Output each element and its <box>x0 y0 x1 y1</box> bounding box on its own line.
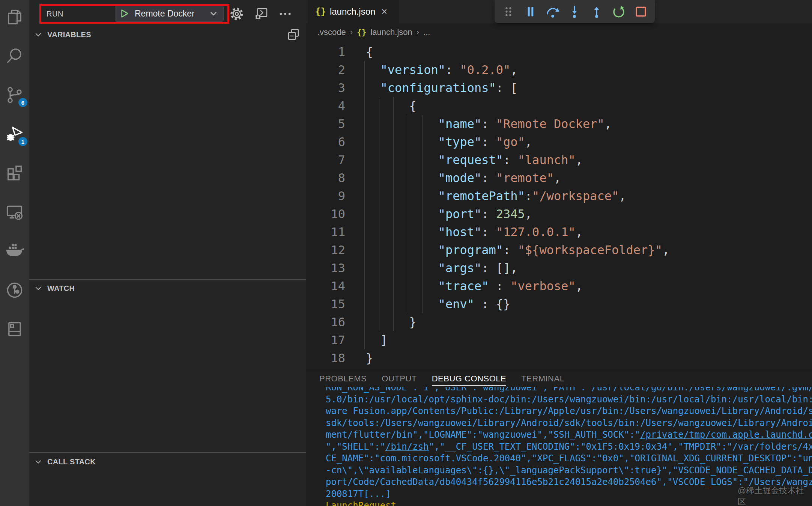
activity-source-control-icon[interactable]: 6 <box>5 85 24 105</box>
debug-console-icon[interactable] <box>254 6 269 21</box>
indent-guide <box>364 205 365 223</box>
debug-config-dropdown[interactable]: Remote Docker <box>115 5 224 22</box>
line-number: 15 <box>306 295 345 313</box>
line-number: 1 <box>306 43 345 61</box>
activity-gitlens-icon[interactable] <box>5 280 24 300</box>
code-text: "program": "${workspaceFolder}", <box>366 241 669 259</box>
line-number: 14 <box>306 277 345 295</box>
console-line: RUN_RUN_AS_NODE":"1","USER":"wangzuowei"… <box>326 387 812 393</box>
line-number: 6 <box>306 133 345 151</box>
collapse-all-icon[interactable] <box>287 28 300 41</box>
close-icon[interactable]: × <box>381 6 387 18</box>
code-text: { <box>366 43 373 61</box>
code-text: "name": "Remote Docker", <box>366 115 612 133</box>
line-number: 18 <box>306 349 345 367</box>
code-editor[interactable]: 1{2 "version": "0.2.0",3 "configurations… <box>306 41 812 370</box>
code-text: } <box>366 349 373 367</box>
json-file-icon: {} <box>357 28 366 37</box>
indent-guide <box>364 331 365 349</box>
breadcrumb-symbol[interactable]: ... <box>423 27 430 37</box>
console-line: 5.0/bin:/usr/local/opt/sphinx-doc/bin:/U… <box>326 393 812 405</box>
console-line: ment/flutter/bin","LOGNAME":"wangzuowei"… <box>326 429 812 441</box>
line-number: 12 <box>306 241 345 259</box>
code-line: 5 "name": "Remote Docker", <box>306 115 812 133</box>
code-text: "request": "launch", <box>366 151 583 169</box>
tab-launch-json[interactable]: {} launch.json × <box>308 0 399 23</box>
indent-guide <box>364 115 365 133</box>
activity-explorer-icon[interactable] <box>5 7 24 27</box>
activity-search-icon[interactable] <box>5 46 24 66</box>
line-number: 10 <box>306 205 345 223</box>
indent-guide <box>364 187 365 205</box>
activity-notebook-icon[interactable] <box>5 319 24 339</box>
activity-extensions-icon[interactable] <box>5 163 24 183</box>
breadcrumb-separator: › <box>350 27 353 37</box>
console-line: LaunchRequest <box>326 500 396 506</box>
code-text: "remotePath":"/workspace", <box>366 187 626 205</box>
panel-tab-problems[interactable]: PROBLEMS <box>319 370 367 387</box>
step-over-icon[interactable] <box>544 3 561 20</box>
debug-config-name: Remote Docker <box>135 9 195 19</box>
panel-tab-debug-console[interactable]: DEBUG CONSOLE <box>432 370 506 387</box>
indent-guide <box>364 169 365 187</box>
breadcrumb[interactable]: .vscode › {} launch.json › ... <box>306 23 812 41</box>
code-text: "host": "127.0.0.1", <box>366 223 583 241</box>
activity-remote-explorer-icon[interactable] <box>5 202 24 222</box>
indent-guide <box>364 133 365 151</box>
breadcrumb-folder[interactable]: .vscode <box>317 27 346 37</box>
code-line: 12 "program": "${workspaceFolder}", <box>306 241 812 259</box>
stop-icon[interactable] <box>633 3 649 20</box>
code-line: 17 ] <box>306 331 812 349</box>
indent-guide <box>364 259 365 277</box>
toolbar-drag-handle[interactable] <box>500 3 517 20</box>
code-line: 7 "request": "launch", <box>306 151 812 169</box>
panel-tab-terminal[interactable]: TERMINAL <box>521 370 564 387</box>
indent-guide <box>364 151 365 169</box>
code-line: 3 "configurations": [ <box>306 79 812 97</box>
code-line: 8 "mode": "remote", <box>306 169 812 187</box>
indent-guide <box>364 79 365 97</box>
section-variables[interactable]: VARIABLES <box>29 29 306 41</box>
console-line: ","SHELL":"/bin/zsh","__CF_USER_TEXT_ENC… <box>326 441 812 453</box>
section-watch[interactable]: WATCH <box>29 282 306 294</box>
section-divider <box>29 279 306 280</box>
run-panel: RUN Remote Docker <box>29 0 306 506</box>
code-text: "version": "0.2.0", <box>366 61 518 79</box>
indent-guide <box>364 313 365 331</box>
step-out-icon[interactable] <box>588 3 605 20</box>
section-call-stack[interactable]: CALL STACK <box>29 456 306 468</box>
pause-icon[interactable] <box>522 3 539 20</box>
panel-tab-output[interactable]: OUTPUT <box>382 370 417 387</box>
restart-icon[interactable] <box>611 3 627 20</box>
panel-title: RUN <box>47 10 63 18</box>
activity-run-debug-icon[interactable]: 1 <box>5 124 24 144</box>
indent-guide <box>364 223 365 241</box>
section-label: CALL STACK <box>47 458 96 466</box>
tab-label: launch.json <box>330 6 375 17</box>
code-text: "port": 2345, <box>366 205 532 223</box>
console-line: 200817T[...] <box>326 488 391 500</box>
line-number: 8 <box>306 169 345 187</box>
code-text: "type": "go", <box>366 133 532 151</box>
debug-console-output[interactable]: RUN_RUN_AS_NODE":"1","USER":"wangzuowei"… <box>306 387 812 506</box>
more-actions-icon[interactable] <box>278 6 293 21</box>
breadcrumb-file[interactable]: launch.json <box>370 27 412 37</box>
console-link[interactable]: /bin/zsh <box>385 441 429 452</box>
gear-icon[interactable] <box>229 6 244 21</box>
code-text: "configurations": [ <box>366 79 518 97</box>
watermark: @稀土掘金技术社区 <box>738 485 812 506</box>
console-line: ware Fusion.app/Contents/Public:/Library… <box>326 405 812 417</box>
step-into-icon[interactable] <box>566 3 583 20</box>
line-number: 2 <box>306 61 345 79</box>
chevron-down-icon <box>209 10 218 17</box>
line-number: 16 <box>306 313 345 331</box>
indent-guide <box>364 97 365 115</box>
section-label: VARIABLES <box>47 30 91 39</box>
line-number: 11 <box>306 223 345 241</box>
code-line: 13 "args": [], <box>306 259 812 277</box>
activity-docker-icon[interactable] <box>5 241 24 261</box>
line-number: 5 <box>306 115 345 133</box>
line-number: 13 <box>306 259 345 277</box>
code-line: 15 "env" : {} <box>306 295 812 313</box>
console-link[interactable]: /private/tmp/com.apple.launchd.c <box>640 429 812 440</box>
